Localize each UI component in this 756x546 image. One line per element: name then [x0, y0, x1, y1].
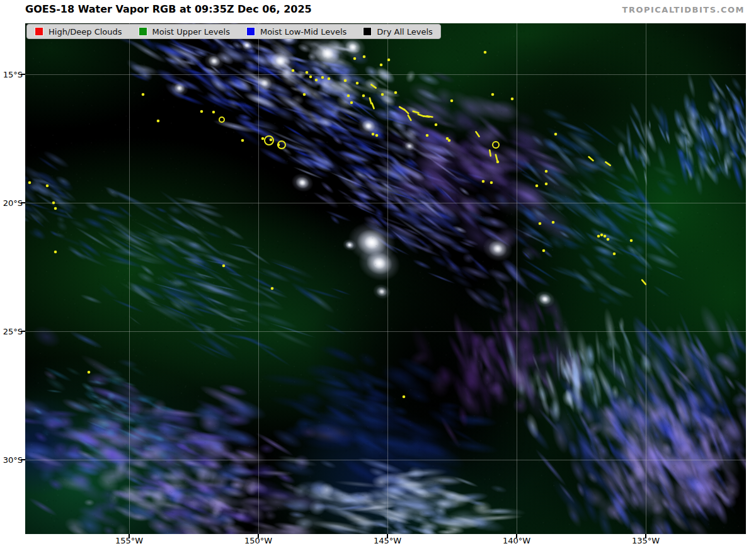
- lat-tick-mark: [21, 74, 25, 74]
- lat-tick-mark: [21, 331, 25, 331]
- lon-tick-mark: [516, 534, 517, 538]
- legend-item: Moist Upper Levels: [139, 27, 230, 37]
- legend-color-swatch: [35, 27, 43, 36]
- legend-color-swatch: [246, 27, 255, 36]
- lon-tick-mark: [258, 534, 258, 538]
- legend-color-swatch: [363, 27, 372, 36]
- legend-item-label: Moist Upper Levels: [152, 27, 230, 37]
- satellite-imagery-canvas: [25, 23, 746, 534]
- legend-bar: High/Deep CloudsMoist Upper LevelsMoist …: [26, 24, 441, 39]
- legend-item-label: Moist Low-Mid Levels: [260, 27, 346, 37]
- lat-tick-label: 30°S: [0, 455, 23, 465]
- legend-item-label: Dry All Levels: [377, 27, 433, 37]
- page-title: GOES-18 Water Vapor RGB at 09:35Z Dec 06…: [25, 3, 312, 15]
- legend-item-label: High/Deep Clouds: [49, 27, 122, 37]
- lat-tick-label: 15°S: [0, 70, 23, 79]
- satellite-map: High/Deep CloudsMoist Upper LevelsMoist …: [25, 23, 746, 534]
- lat-tick-label: 25°S: [0, 327, 23, 336]
- lon-tick-mark: [129, 534, 129, 538]
- legend-item: Moist Low-Mid Levels: [246, 27, 346, 37]
- site-watermark: TROPICALTIDBITS.COM: [622, 5, 745, 14]
- goes-water-vapor-product: GOES-18 Water Vapor RGB at 09:35Z Dec 06…: [0, 0, 756, 546]
- legend-item: Dry All Levels: [363, 27, 433, 37]
- lat-tick-mark: [21, 202, 25, 203]
- lat-tick-mark: [21, 459, 25, 460]
- lon-tick-mark: [387, 534, 387, 538]
- legend-item: High/Deep Clouds: [35, 27, 122, 37]
- legend-color-swatch: [139, 27, 147, 36]
- lat-tick-label: 20°S: [0, 198, 23, 208]
- lon-tick-mark: [645, 534, 646, 538]
